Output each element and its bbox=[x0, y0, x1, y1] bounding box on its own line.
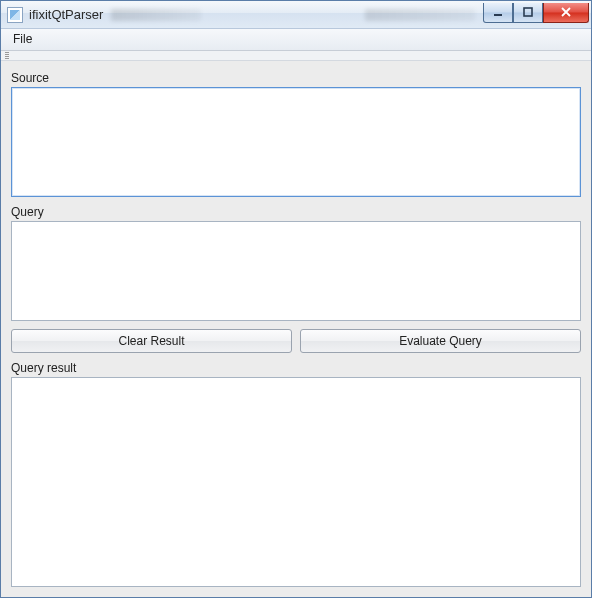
evaluate-query-button[interactable]: Evaluate Query bbox=[300, 329, 581, 353]
maximize-icon bbox=[523, 7, 533, 17]
client-area: Source Query Clear Result Evaluate Query… bbox=[1, 61, 591, 597]
query-input[interactable] bbox=[11, 221, 581, 321]
source-section: Source bbox=[11, 71, 581, 197]
toolbar-strip bbox=[1, 51, 591, 61]
window-title: ifixitQtParser bbox=[29, 7, 103, 22]
close-icon bbox=[561, 7, 571, 17]
titlebar-blur-right bbox=[365, 9, 475, 21]
clear-result-button[interactable]: Clear Result bbox=[11, 329, 292, 353]
source-label: Source bbox=[11, 71, 581, 85]
result-section: Query result bbox=[11, 361, 581, 587]
titlebar-blur-left bbox=[111, 9, 201, 21]
svg-rect-1 bbox=[524, 8, 532, 16]
svg-rect-0 bbox=[494, 14, 502, 16]
button-row: Clear Result Evaluate Query bbox=[11, 329, 581, 353]
menu-file[interactable]: File bbox=[5, 29, 40, 50]
minimize-button[interactable] bbox=[483, 3, 513, 23]
titlebar: ifixitQtParser bbox=[1, 1, 591, 29]
query-section: Query bbox=[11, 205, 581, 321]
result-output[interactable] bbox=[11, 377, 581, 587]
app-icon bbox=[7, 7, 23, 23]
result-label: Query result bbox=[11, 361, 581, 375]
close-button[interactable] bbox=[543, 3, 589, 23]
maximize-button[interactable] bbox=[513, 3, 543, 23]
main-window: ifixitQtParser File Source Query bbox=[0, 0, 592, 598]
toolbar-grip-icon bbox=[5, 52, 9, 60]
menubar: File bbox=[1, 29, 591, 51]
source-input[interactable] bbox=[11, 87, 581, 197]
minimize-icon bbox=[493, 7, 503, 17]
window-controls bbox=[483, 3, 589, 23]
query-label: Query bbox=[11, 205, 581, 219]
